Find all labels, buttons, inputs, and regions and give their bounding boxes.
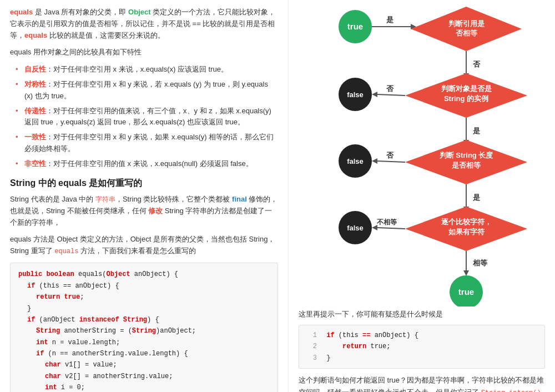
equals-code-block: public boolean equals(Object anObject) {… [10,263,278,392]
intro-paragraph: equals 是 Java 所有对象的父类，即 Object 类定义的一个方法，… [10,7,278,41]
flowchart: true 是 判断引用是 否相等 否 false 判断对象是否是 String … [300,7,544,308]
label-no-3: 否 [386,151,394,159]
equals-inline-code: equals [54,248,78,255]
props-intro: equals 用作对象之间的比较具有如下特性 [10,47,278,58]
line-d3-false2 [377,161,405,162]
label-yes-1: 是 [386,16,393,24]
d3-label-2: 是否相等 [452,161,481,169]
object-keyword: Object [128,8,150,16]
label-notequal: 不相等 [376,218,397,226]
line-d2-false1 [377,94,405,96]
arrow-d4-down [463,270,469,276]
arrow-d2-false1 [372,92,377,97]
modify-keyword: 修改 [148,207,163,215]
string-keyword: 字符串 [95,196,115,204]
section2-text1: String 代表的是 Java 中的 字符串，String 类比较特殊，它整个… [10,194,278,229]
start-label: true [347,22,363,31]
prop-transitive-name: 传递性 [24,107,46,115]
prop-transitive: 传递性：对于任何非空引用的值来说，有三个值，x、y 和 z，如果 x.equal… [16,105,278,129]
final-keyword: final [232,195,247,203]
left-panel: equals 是 Java 所有对象的父类，即 Object 类定义的一个方法，… [0,0,289,392]
line-num-1: 1 [306,330,317,341]
d1-label-1: 判断引用是 [448,19,485,28]
prop-consistent-name: 一致性 [24,133,46,141]
label-no-1: 否 [473,60,481,68]
explanation-1: 这个判断语句如何才能返回 true？因为都是字符串啊，字符串比较的不都是堆空间吗… [299,374,545,392]
properties-list: 自反性：对于任何非空引用 x 来说，x.equals(x) 应该返回 true。… [10,64,278,169]
line-d4-false3 [377,228,405,229]
code-line-3: 3 } [306,353,538,364]
d4-label-2: 如果有字符 [448,228,485,236]
d3-label-1: 判断 String 长度 [439,151,494,159]
right-panel: true 是 判断引用是 否相等 否 false 判断对象是否是 String … [289,0,555,392]
return-keyword-1: return [342,343,366,350]
d1-label-2: 否相等 [456,29,478,37]
prop-nonnull-name: 非空性 [24,159,46,168]
false-label-2: false [347,157,364,165]
d2-label-1: 判断对象是否是 [441,84,492,93]
label-yes-2: 是 [473,127,480,135]
prop-symmetric-name: 对称性 [24,80,46,88]
eq-op: == [362,331,370,339]
label-yes-3: 是 [473,193,480,202]
section2-text2: equals 方法是 Object 类定义的方法，Object 是所有类的父类，… [10,234,278,257]
code-line-2: 2 return true; [306,341,538,352]
code-block-2: 1 if (this == anObject) { 2 return true;… [299,325,545,369]
code-line-1: 1 if (this == anObject) { [306,330,538,341]
flowchart-svg: true 是 判断引用是 否相等 否 false 判断对象是否是 String … [300,7,544,306]
prop-reflexive: 自反性：对于任何非空引用 x 来说，x.equals(x) 应该返回 true。 [16,64,278,76]
prop-symmetric: 对称性：对于任何非空引用 x 和 y 来说，若 x.equals (y) 为 t… [16,79,278,102]
prop-consistent: 一致性：对于任何非空引用 x 和 y 来说，如果 x.equals(y) 相等的… [16,132,278,155]
prop-reflexive-name: 自反性 [24,65,46,73]
false-label-1: false [347,91,364,99]
equals-keyword-2: equals [24,31,47,39]
arrow-d3-false2 [372,158,377,164]
section2-title: String 中的 equals 是如何重写的 [10,178,278,189]
line-num-2: 2 [306,341,317,352]
intern-inline-code: String.intern() [481,389,541,392]
prop-nonnull: 非空性：对于任何非空引用的值 x 来说，x.equals(null) 必须返回 … [16,158,278,170]
prompt-text: 这里再提示一下，你可能有疑惑是什么时候是 [299,308,545,320]
false-label-3: false [347,224,364,232]
d2-label-2: String 的实例 [444,94,488,103]
label-equal: 相等 [472,259,488,267]
end-label: true [458,287,474,296]
label-no-2: 否 [386,84,394,93]
d4-label-1: 逐个比较字符， [441,218,492,226]
equals-keyword-1: equals [10,8,33,16]
if-keyword: if [326,331,334,339]
line-num-3: 3 [306,353,317,364]
